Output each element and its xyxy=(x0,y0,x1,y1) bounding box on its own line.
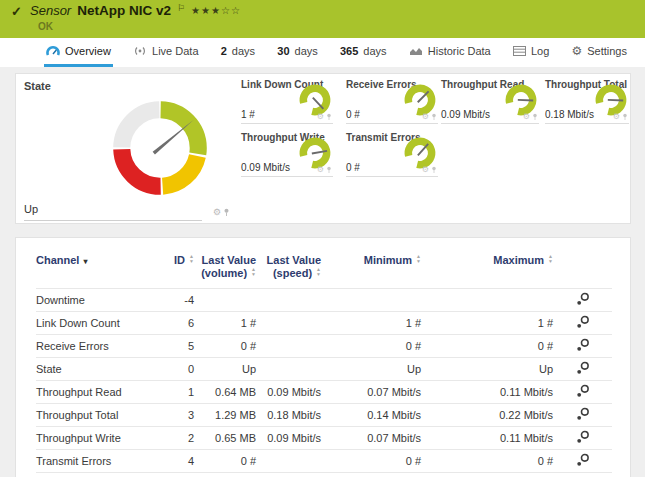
channel-name: Downtime xyxy=(36,289,164,312)
channel-settings-icon[interactable] xyxy=(576,361,590,375)
state-dial xyxy=(106,94,214,202)
maximum-value xyxy=(421,289,553,312)
flag-icon: ⚐ xyxy=(177,3,185,13)
stars-filled: ★★★ xyxy=(191,5,221,16)
tab-number: 30 xyxy=(277,45,289,57)
gear-icon[interactable]: ⚙ xyxy=(422,113,429,121)
gauge-dial xyxy=(403,136,437,170)
tab-live-data[interactable]: Live Data xyxy=(131,38,200,67)
channel-settings-icon[interactable] xyxy=(576,315,590,329)
table-row: Downtime -4 xyxy=(36,289,612,312)
table-row: Throughput Write 2 0.65 MB 0.09 Mbit/s 0… xyxy=(36,427,612,450)
channel-id: 4 xyxy=(164,450,194,473)
tab-label: Settings xyxy=(587,45,627,57)
chevron-down-icon: ▾ xyxy=(83,257,87,266)
channel-table: Channel▾ ID Last Value(volume) Last Valu… xyxy=(36,250,612,473)
last-value-speed xyxy=(256,335,321,358)
channel-name: Receive Errors xyxy=(36,335,164,358)
last-value-volume: 0 # xyxy=(194,450,256,473)
table-row: Throughput Total 3 1.29 MB 0.18 Mbit/s 0… xyxy=(36,404,612,427)
pin-icon[interactable] xyxy=(223,208,230,217)
tab-overview[interactable]: Overview xyxy=(44,38,113,67)
sort-icon xyxy=(416,254,421,264)
column-header-maximum[interactable]: Maximum xyxy=(421,250,553,289)
last-value-speed xyxy=(256,289,321,312)
pin-icon[interactable] xyxy=(431,113,437,121)
channel-settings-icon[interactable] xyxy=(576,384,590,398)
pin-icon[interactable] xyxy=(431,166,437,174)
sensor-status-text: OK xyxy=(38,21,53,32)
column-header-last-value-volume[interactable]: Last Value(volume) xyxy=(194,250,256,289)
priority-stars[interactable]: ★★★☆☆ xyxy=(191,5,241,16)
sort-icon xyxy=(189,254,194,264)
pin-icon[interactable] xyxy=(532,113,538,121)
channel-id: -4 xyxy=(164,289,194,312)
gauge-needle xyxy=(518,100,533,101)
gauge-dial xyxy=(403,83,437,117)
last-value-volume: 0 # xyxy=(194,335,256,358)
gauge-dial xyxy=(504,83,538,117)
last-value-volume xyxy=(194,289,256,312)
pin-icon[interactable] xyxy=(622,113,628,121)
gear-icon[interactable]: ⚙ xyxy=(317,166,324,174)
maximum-value: 0 # xyxy=(421,335,553,358)
gauge-cell-throughput-write: Throughput Write 0.09 Mbit/s ⚙ xyxy=(241,132,333,177)
channel-id: 2 xyxy=(164,427,194,450)
pin-icon[interactable] xyxy=(326,113,332,121)
state-status: Up xyxy=(24,203,38,215)
sensor-title: NetApp NIC v2 xyxy=(77,3,171,18)
last-value-volume: 0.64 MB xyxy=(194,381,256,404)
gauge-cell-link-down-count: Link Down Count 1 # ⚙ xyxy=(241,79,333,124)
channel-settings-icon[interactable] xyxy=(576,338,590,352)
last-value-volume: Up xyxy=(194,358,256,381)
channel-name: State xyxy=(36,358,164,381)
gear-icon[interactable]: ⚙ xyxy=(523,113,530,121)
column-header-minimum[interactable]: Minimum xyxy=(321,250,421,289)
tab-historic-data[interactable]: Historic Data xyxy=(407,38,493,67)
status-check-icon: ✓ xyxy=(11,4,22,19)
tab-2-days[interactable]: 2 days xyxy=(219,38,257,67)
table-row: Link Down Count 6 1 # 1 # 1 # xyxy=(36,312,612,335)
gear-icon[interactable]: ⚙ xyxy=(613,113,620,121)
gauge-needle xyxy=(313,98,324,109)
last-value-volume: 1 # xyxy=(194,312,256,335)
gear-icon[interactable]: ⚙ xyxy=(317,113,324,121)
channel-settings-icon[interactable] xyxy=(576,453,590,467)
table-header-row: Channel▾ ID Last Value(volume) Last Valu… xyxy=(36,250,612,289)
table-row: Transmit Errors 4 0 # 0 # 0 # xyxy=(36,450,612,473)
log-list-icon xyxy=(513,46,526,56)
state-gauge-cell: State Up ⚙ xyxy=(24,80,232,218)
tab-label: Overview xyxy=(65,45,111,57)
tab-bar: Overview Live Data 2 days 30 days 365 da… xyxy=(0,38,645,67)
channel-settings-icon[interactable] xyxy=(576,407,590,421)
maximum-value: 0 # xyxy=(421,450,553,473)
tab-30-days[interactable]: 30 days xyxy=(275,38,320,67)
minimum-value: 0.07 Mbit/s xyxy=(321,381,421,404)
gear-icon[interactable]: ⚙ xyxy=(213,208,221,217)
sort-icon xyxy=(548,254,553,264)
tab-log[interactable]: Log xyxy=(511,38,551,67)
tab-settings[interactable]: ⚙ Settings xyxy=(569,38,629,67)
channel-name: Throughput Total xyxy=(36,404,164,427)
minimum-value: 0 # xyxy=(321,450,421,473)
column-header-last-value-speed[interactable]: Last Value(speed) xyxy=(256,250,321,289)
tab-label: days xyxy=(232,45,255,57)
table-row: Throughput Read 1 0.64 MB 0.09 Mbit/s 0.… xyxy=(36,381,612,404)
maximum-value: 0.22 Mbit/s xyxy=(421,404,553,427)
gauge-cell-receive-errors: Receive Errors 0 # ⚙ xyxy=(346,79,438,124)
column-header-id[interactable]: ID xyxy=(164,250,194,289)
channel-settings-icon[interactable] xyxy=(576,430,590,444)
pin-icon[interactable] xyxy=(326,166,332,174)
channel-id: 6 xyxy=(164,312,194,335)
channel-settings-icon[interactable] xyxy=(576,292,590,306)
last-value-volume: 0.65 MB xyxy=(194,427,256,450)
gear-icon: ⚙ xyxy=(571,45,582,57)
table-row: Receive Errors 5 0 # 0 # 0 # xyxy=(36,335,612,358)
channel-name: Transmit Errors xyxy=(36,450,164,473)
tab-365-days[interactable]: 365 days xyxy=(338,38,389,67)
gear-icon[interactable]: ⚙ xyxy=(422,166,429,174)
last-value-volume: 1.29 MB xyxy=(194,404,256,427)
column-header-actions xyxy=(553,250,612,289)
column-header-channel[interactable]: Channel▾ xyxy=(36,250,164,289)
maximum-value: Up xyxy=(421,358,553,381)
